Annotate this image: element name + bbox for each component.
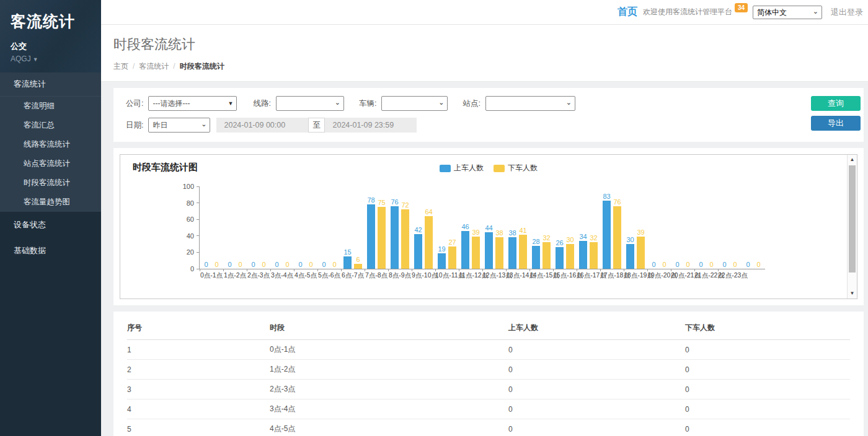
notification-badge[interactable]: 34: [735, 3, 748, 12]
bar-column: 38: [495, 230, 503, 269]
breadcrumb-separator: /: [133, 62, 135, 71]
table-cell: 2: [127, 360, 270, 380]
main-area: 首页 欢迎使用客流统计管理平台 34 简体中文 ⌄ 退出登录 时段客流统计 主页…: [101, 0, 868, 436]
x-axis-label: 18点-19点: [624, 271, 647, 280]
sidebar-subitem-线路客流统计[interactable]: 线路客流统计: [0, 135, 101, 154]
y-tick-label: 80: [187, 199, 194, 207]
table-row: 43点-4点00: [127, 399, 850, 419]
x-axis-label: 9点-10点: [412, 271, 435, 280]
x-axis-label: 0点-1点: [200, 271, 223, 280]
bar-value-label: 0: [709, 261, 713, 268]
table-cell: 3点-4点: [270, 399, 508, 419]
bar-value-label: 41: [519, 227, 526, 234]
language-select[interactable]: 简体中文: [753, 6, 822, 19]
company-select[interactable]: ---请选择---: [148, 96, 237, 111]
company-name: 公交: [11, 41, 101, 52]
date-preset-select[interactable]: 昨日: [148, 118, 210, 133]
bar-下车人数: [613, 206, 621, 269]
breadcrumb-item: 时段客流统计: [180, 62, 224, 71]
bar-value-label: 0: [662, 261, 666, 268]
chart-title: 时段车流统计图: [133, 162, 198, 173]
bar-下车人数: [566, 244, 574, 269]
sidebar-item-客流统计[interactable]: 客流统计: [0, 72, 101, 97]
bar-下车人数: [401, 209, 409, 269]
bar-group: 00: [718, 187, 742, 269]
sidebar-subitem-客流汇总[interactable]: 客流汇总: [0, 116, 101, 135]
bar-group: 3039: [624, 187, 647, 269]
bar-column: 0: [697, 261, 705, 269]
line-select[interactable]: [276, 96, 344, 111]
sidebar-menu: 客流统计客流明细客流汇总线路客流统计站点客流统计时段客流统计客流量趋势图设备状态…: [0, 72, 101, 264]
query-button[interactable]: 查询: [811, 96, 861, 111]
line-label: 线路:: [253, 98, 270, 109]
page-title: 时段客流统计: [113, 35, 856, 54]
chart-scrollbar[interactable]: ▲ ▼: [847, 155, 857, 299]
date-start-input[interactable]: 2024-01-09 00:00: [216, 118, 308, 133]
bar-下车人数: [637, 237, 645, 269]
x-axis-label: 22点-23点: [718, 271, 742, 280]
sidebar-subitem-客流量趋势图[interactable]: 客流量趋势图: [0, 193, 101, 212]
data-table-panel: 序号时段上车人数下车人数 10点-1点0021点-2点0032点-3点0043点…: [113, 312, 864, 436]
bar-column: 39: [637, 229, 645, 269]
line-select-wrap: ⌄: [276, 96, 344, 111]
legend-item-下车人数[interactable]: 下车人数: [494, 163, 538, 173]
bar-column: 27: [448, 239, 456, 269]
station-select[interactable]: [485, 96, 575, 111]
bar-上车人数: [485, 232, 493, 269]
bar-value-label: 46: [461, 224, 469, 230]
x-axis-label: 3点-4点: [270, 271, 294, 280]
bar-value-label: 0: [722, 261, 726, 268]
bar-value-label: 78: [367, 197, 374, 204]
scrollbar-thumb[interactable]: [849, 165, 856, 272]
home-link[interactable]: 首页: [618, 6, 637, 19]
bar-value-label: 0: [262, 261, 265, 268]
legend-label: 上车人数: [454, 163, 484, 173]
table-header-cell: 时段: [270, 314, 508, 340]
table-cell: 0: [508, 419, 685, 436]
bar-group: 00: [317, 187, 341, 269]
x-axis-labels: 0点-1点1点-2点2点-3点3点-4点4点-5点5点-6点6点-7点7点-8点…: [200, 271, 765, 280]
sidebar-subitem-站点客流统计[interactable]: 站点客流统计: [0, 154, 101, 173]
x-axis-label: 12点-13点: [482, 271, 506, 280]
bar-value-label: 0: [699, 261, 702, 268]
scroll-down-icon[interactable]: ▼: [848, 289, 857, 298]
legend-item-上车人数[interactable]: 上车人数: [440, 163, 484, 173]
bar-column: 0: [720, 261, 728, 269]
breadcrumb-item[interactable]: 主页: [113, 62, 128, 71]
sidebar-item-基础数据[interactable]: 基础数据: [0, 238, 101, 264]
bar-value-label: 27: [448, 239, 456, 246]
company-code-dropdown[interactable]: AQGJ▼: [11, 54, 101, 63]
bar-column: 34: [579, 233, 587, 269]
bar-value-label: 19: [438, 246, 445, 253]
table-header-row: 序号时段上车人数下车人数: [127, 314, 850, 340]
bar-column: 38: [508, 230, 516, 269]
bar-column: 75: [378, 199, 386, 269]
export-button[interactable]: 导出: [811, 116, 861, 131]
bar-value-label: 0: [275, 261, 278, 268]
y-tick-label: 100: [183, 183, 194, 190]
sidebar-item-设备状态[interactable]: 设备状态: [0, 212, 101, 238]
scroll-up-icon[interactable]: ▲: [848, 155, 857, 164]
bar-value-label: 0: [285, 261, 289, 268]
sidebar-subitem-时段客流统计[interactable]: 时段客流统计: [0, 173, 101, 193]
bar-column: 0: [673, 261, 681, 269]
bar-column: 39: [472, 229, 480, 269]
bar-group: 4438: [482, 187, 506, 269]
bar-上车人数: [367, 204, 375, 269]
table-header-cell: 上车人数: [508, 314, 685, 340]
logout-link[interactable]: 退出登录: [831, 7, 863, 18]
y-tick: 20: [187, 248, 200, 256]
bar-value-label: 38: [508, 230, 516, 237]
vehicle-select[interactable]: [381, 96, 448, 111]
sidebar-subitem-客流明细[interactable]: 客流明细: [0, 97, 101, 116]
station-label: 站点:: [463, 98, 480, 109]
bar-value-label: 28: [532, 238, 539, 245]
bar-value-label: 0: [675, 261, 679, 268]
table-cell: 5: [127, 419, 270, 436]
vehicle-select-wrap: ⌄: [381, 96, 448, 111]
bar-column: 76: [391, 199, 399, 269]
breadcrumb-item[interactable]: 客流统计: [139, 62, 169, 71]
date-range-separator: 至: [308, 118, 325, 133]
date-end-input[interactable]: 2024-01-09 23:59: [325, 118, 417, 133]
bar-上车人数: [438, 253, 446, 269]
